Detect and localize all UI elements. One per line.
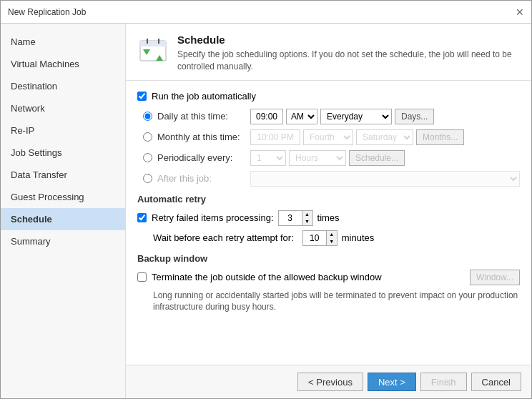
- sidebar-item-re-ip[interactable]: Re-IP: [1, 119, 125, 142]
- after-job-select: [250, 171, 520, 187]
- retry-count-input[interactable]: [279, 211, 302, 225]
- monthly-time-input: [250, 129, 300, 145]
- sidebar: Name Virtual Machines Destination Networ…: [1, 24, 126, 398]
- backup-section-label: Backup window: [137, 253, 520, 264]
- monthly-day-select: Saturday Sunday Monday Tuesday Wednesday…: [356, 129, 413, 145]
- monthly-row: Monthly at this time: Fourth First Secon…: [143, 129, 520, 145]
- schedule-icon: [137, 34, 169, 65]
- after-job-row: After this job:: [143, 171, 520, 187]
- retry-section: Automatic retry Retry failed items proce…: [137, 194, 520, 246]
- daily-time-input: [250, 109, 283, 124]
- daily-frequency-select[interactable]: Everyday Weekdays Weekends: [320, 109, 392, 124]
- run-auto-row: Run the job automatically: [137, 91, 520, 102]
- terminate-label[interactable]: Terminate the job outside of the allowed…: [152, 272, 382, 282]
- terminate-checkbox[interactable]: [137, 272, 147, 282]
- retry-down-button[interactable]: ▼: [302, 218, 312, 225]
- retry-checkbox[interactable]: [137, 213, 147, 222]
- schedule-options: Daily at this time: AM PM Everyday Weekd…: [143, 109, 520, 187]
- retry-spin-arrows: ▲ ▼: [302, 211, 312, 225]
- periodic-value-select: 1 2 3: [250, 150, 286, 166]
- sidebar-item-job-settings[interactable]: Job Settings: [1, 142, 125, 164]
- monthly-time-field: [254, 132, 297, 142]
- monthly-label[interactable]: Monthly at this time:: [157, 132, 250, 142]
- daily-ampm-select[interactable]: AM PM: [286, 109, 317, 124]
- sidebar-item-destination[interactable]: Destination: [1, 75, 125, 97]
- after-job-radio[interactable]: [143, 174, 152, 183]
- after-job-label[interactable]: After this job:: [157, 173, 250, 184]
- sidebar-item-network[interactable]: Network: [1, 97, 125, 119]
- next-button[interactable]: Next >: [368, 373, 416, 391]
- backup-section: Backup window Terminate the job outside …: [137, 253, 520, 314]
- retry-label[interactable]: Retry failed items processing:: [152, 212, 274, 223]
- retry-spin-control: ▲ ▼: [278, 210, 313, 226]
- titlebar: New Replication Job ✕: [1, 1, 531, 24]
- svg-rect-1: [140, 41, 166, 46]
- window-title: New Replication Job: [8, 7, 86, 17]
- wait-unit: minutes: [342, 232, 375, 243]
- daily-radio[interactable]: [143, 112, 152, 121]
- wait-down-button[interactable]: ▼: [327, 238, 337, 245]
- wait-spin-arrows: ▲ ▼: [326, 231, 337, 245]
- retry-unit: times: [317, 212, 340, 223]
- footer: < Previous Next > Finish Cancel: [126, 365, 531, 398]
- days-button[interactable]: Days...: [395, 109, 434, 124]
- wait-label: Wait before each retry attempt for:: [153, 232, 294, 243]
- daily-time-field[interactable]: [254, 112, 280, 122]
- backup-left: Terminate the job outside of the allowed…: [137, 272, 382, 282]
- monthly-radio[interactable]: [143, 132, 152, 142]
- run-auto-label[interactable]: Run the job automatically: [152, 91, 256, 102]
- run-auto-checkbox[interactable]: [137, 92, 147, 101]
- retry-up-button[interactable]: ▲: [302, 211, 312, 218]
- backup-description: Long running or accidentally started job…: [153, 290, 520, 314]
- retry-row: Retry failed items processing: ▲ ▼ times: [137, 210, 520, 226]
- monthly-week-select: Fourth First Second Third Last: [303, 129, 353, 145]
- periodic-radio[interactable]: [143, 153, 152, 162]
- sidebar-item-virtual-machines[interactable]: Virtual Machines: [1, 53, 125, 75]
- sidebar-item-name[interactable]: Name: [1, 31, 125, 53]
- finish-button[interactable]: Finish: [420, 373, 467, 391]
- wait-row: Wait before each retry attempt for: ▲ ▼ …: [153, 230, 520, 246]
- previous-button[interactable]: < Previous: [297, 373, 363, 391]
- sidebar-item-data-transfer[interactable]: Data Transfer: [1, 164, 125, 186]
- schedule-button[interactable]: Schedule...: [349, 150, 405, 166]
- sidebar-item-summary[interactable]: Summary: [1, 230, 125, 252]
- window-button[interactable]: Window...: [470, 270, 520, 285]
- page-description: Specify the job scheduling options. If y…: [177, 49, 520, 73]
- periodic-label[interactable]: Periodically every:: [157, 152, 250, 163]
- wait-up-button[interactable]: ▲: [327, 231, 337, 238]
- wait-value-input[interactable]: [303, 231, 326, 245]
- form-section: Run the job automatically Daily at this …: [126, 81, 531, 365]
- header-section: Schedule Specify the job scheduling opti…: [126, 24, 531, 81]
- main-panel: Schedule Specify the job scheduling opti…: [126, 24, 531, 398]
- wait-spin-control: ▲ ▼: [302, 230, 338, 246]
- main-window: New Replication Job ✕ Name Virtual Machi…: [0, 0, 532, 399]
- retry-section-label: Automatic retry: [137, 194, 520, 205]
- sidebar-item-guest-processing[interactable]: Guest Processing: [1, 186, 125, 208]
- cancel-button[interactable]: Cancel: [471, 373, 521, 391]
- months-button[interactable]: Months...: [416, 129, 464, 145]
- sidebar-item-schedule[interactable]: Schedule: [1, 208, 125, 230]
- daily-row: Daily at this time: AM PM Everyday Weekd…: [143, 109, 520, 124]
- daily-label[interactable]: Daily at this time:: [157, 111, 250, 122]
- periodic-unit-select: Hours Minutes: [289, 150, 346, 166]
- page-title: Schedule: [177, 34, 520, 46]
- backup-checkbox-row: Terminate the job outside of the allowed…: [137, 270, 520, 285]
- content-area: Name Virtual Machines Destination Networ…: [1, 24, 531, 398]
- header-text: Schedule Specify the job scheduling opti…: [177, 34, 520, 73]
- close-button[interactable]: ✕: [516, 6, 524, 18]
- periodic-row: Periodically every: 1 2 3 Hours Minutes …: [143, 150, 520, 166]
